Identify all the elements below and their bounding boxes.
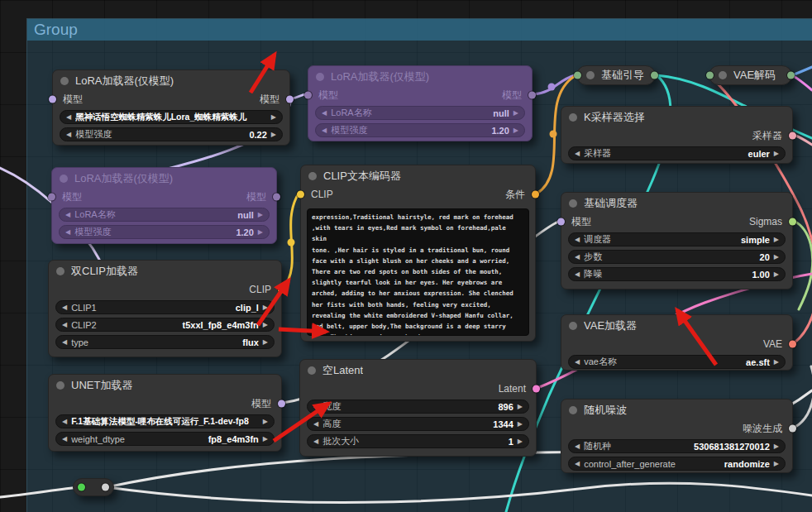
sigmas-output-port[interactable] (789, 218, 796, 226)
increment-icon[interactable]: ▶ (263, 338, 268, 346)
increment-icon[interactable]: ▶ (774, 443, 779, 450)
collapsed-input-port[interactable] (574, 72, 581, 79)
increment-icon[interactable]: ▶ (774, 460, 779, 467)
node-titlebar[interactable]: LoRA加载器(仅模型) (52, 168, 276, 189)
widget-type[interactable]: ◀ type flux ▶ (55, 335, 275, 349)
decrement-icon[interactable]: ◀ (575, 443, 580, 450)
increment-icon[interactable]: ▶ (774, 150, 779, 157)
collapse-dot-icon[interactable] (586, 71, 595, 79)
widget-height[interactable]: ◀ 高度 1344 ▶ (307, 417, 529, 431)
model-input-port[interactable] (557, 218, 565, 226)
widget-scheduler[interactable]: ◀ 调度器 simple ▶ (568, 232, 786, 246)
increment-icon[interactable]: ▶ (271, 131, 276, 138)
collapse-dot-icon[interactable] (308, 366, 316, 375)
latent-output-port[interactable] (533, 385, 540, 393)
node-lora-loader-bypassed[interactable]: LoRA加载器(仅模型) 模型 模型 ◀ LoRA名称 null ▶ ◀ 模型强… (308, 65, 533, 141)
sampler-output-port[interactable] (789, 132, 796, 140)
widget-denoise[interactable]: ◀ 降噪 1.00 ▶ (568, 267, 786, 281)
clip-output-port[interactable] (278, 286, 285, 294)
increment-icon[interactable]: ▶ (271, 113, 276, 121)
widget-sampler[interactable]: ◀ 采样器 euler ▶ (568, 146, 786, 160)
increment-icon[interactable]: ▶ (774, 358, 779, 366)
model-output-port[interactable] (528, 92, 536, 99)
node-ksampler-select[interactable]: K采样器选择 采样器 ◀ 采样器 euler ▶ (561, 106, 793, 164)
widget-steps[interactable]: ◀ 步数 20 ▶ (568, 250, 786, 264)
decrement-icon[interactable]: ◀ (62, 418, 67, 425)
node-titlebar[interactable]: VAE加载器 (561, 315, 792, 337)
increment-icon[interactable]: ▶ (518, 420, 523, 428)
collapsed-output-port[interactable] (651, 72, 658, 79)
decrement-icon[interactable]: ◀ (62, 304, 67, 311)
decrement-icon[interactable]: ◀ (575, 150, 580, 157)
decrement-icon[interactable]: ◀ (575, 253, 580, 261)
collapsed-input-port[interactable] (78, 484, 85, 491)
widget-model-strength[interactable]: ◀ 模型强度 1.20 ▶ (315, 123, 525, 137)
collapse-dot-icon[interactable] (569, 322, 577, 330)
increment-icon[interactable]: ▶ (263, 418, 268, 425)
collapse-dot-icon[interactable] (316, 73, 324, 81)
increment-icon[interactable]: ▶ (513, 127, 518, 134)
node-titlebar[interactable]: CLIP文本编码器 (301, 165, 535, 187)
increment-icon[interactable]: ▶ (263, 304, 268, 311)
node-titlebar[interactable]: 双CLIP加载器 (49, 261, 281, 282)
group-header[interactable]: Group (27, 19, 812, 41)
decrement-icon[interactable]: ◀ (62, 321, 67, 328)
collapse-dot-icon[interactable] (60, 77, 69, 85)
model-output-port[interactable] (286, 96, 294, 103)
widget-weight-dtype[interactable]: ◀ weight_dtype fp8_e4m3fn ▶ (55, 432, 275, 446)
node-titlebar[interactable]: LoRA加载器(仅模型) (53, 70, 289, 92)
model-output-port[interactable] (278, 400, 285, 408)
widget-lora-name[interactable]: ◀ LoRA名称 null ▶ (59, 208, 270, 222)
collapse-dot-icon[interactable] (719, 71, 727, 79)
decrement-icon[interactable]: ◀ (322, 127, 327, 134)
decrement-icon[interactable]: ◀ (66, 113, 71, 121)
model-output-port[interactable] (273, 194, 280, 201)
increment-icon[interactable]: ▶ (263, 435, 268, 443)
decrement-icon[interactable]: ◀ (313, 403, 318, 410)
decrement-icon[interactable]: ◀ (313, 438, 318, 445)
collapse-dot-icon[interactable] (60, 175, 68, 183)
collapse-dot-icon[interactable] (56, 381, 64, 390)
node-basic-guider-collapsed[interactable]: 基础引导 (576, 65, 656, 85)
decrement-icon[interactable]: ◀ (575, 460, 580, 467)
node-vae-loader[interactable]: VAE加载器 VAE ◀ vae名称 ae.sft ▶ (561, 314, 793, 371)
node-clip-text-encoder[interactable]: CLIP文本编码器 CLIP 条件 expression,Traditional… (300, 165, 536, 342)
widget-batch-size[interactable]: ◀ 批次大小 1 ▶ (307, 434, 529, 448)
model-input-port[interactable] (48, 194, 55, 201)
conditioning-output-port[interactable] (532, 191, 539, 199)
prompt-text-area[interactable]: expression,Traditional hairstyle, red ma… (307, 208, 529, 336)
model-input-port[interactable] (304, 92, 312, 99)
node-titlebar[interactable]: LoRA加载器(仅模型) (308, 66, 532, 88)
collapsed-output-port[interactable] (102, 484, 109, 491)
widget-model-strength[interactable]: ◀ 模型强度 1.20 ▶ (59, 225, 270, 239)
widget-lora-name[interactable]: ◀ 黑神话悟空蜘蛛精紫蛛儿Lora_蜘蛛精紫蛛儿 ▶ (60, 110, 283, 124)
widget-vae-name[interactable]: ◀ vae名称 ae.sft ▶ (568, 355, 786, 369)
node-unet-loader[interactable]: UNET加载器 模型 ◀ F.1基础算法模型-哩布在线可运行_F.1-dev-f… (48, 374, 282, 452)
model-input-port[interactable] (49, 96, 56, 103)
increment-icon[interactable]: ▶ (263, 321, 268, 328)
decrement-icon[interactable]: ◀ (62, 435, 67, 443)
noise-output-port[interactable] (789, 425, 796, 433)
decrement-icon[interactable]: ◀ (66, 131, 71, 138)
decrement-icon[interactable]: ◀ (322, 109, 327, 117)
node-titlebar[interactable]: 空Latent (300, 360, 536, 381)
increment-icon[interactable]: ▶ (774, 270, 779, 278)
collapse-dot-icon[interactable] (569, 113, 577, 122)
decrement-icon[interactable]: ◀ (65, 211, 70, 218)
node-empty-latent[interactable]: 空Latent Latent ◀ 宽度 896 ▶ ◀ 高度 1344 ▶ ◀ … (299, 359, 537, 457)
increment-icon[interactable]: ▶ (513, 109, 518, 117)
widget-model-strength[interactable]: ◀ 模型强度 0.22 ▶ (60, 127, 283, 141)
decrement-icon[interactable]: ◀ (575, 270, 580, 278)
node-titlebar[interactable]: UNET加载器 (49, 375, 281, 396)
decrement-icon[interactable]: ◀ (62, 338, 67, 346)
increment-icon[interactable]: ▶ (774, 253, 779, 261)
widget-lora-name[interactable]: ◀ LoRA名称 null ▶ (315, 106, 525, 120)
widget-unet-name[interactable]: ◀ F.1基础算法模型-哩布在线可运行_F.1-dev-fp8 ▶ (55, 414, 275, 428)
widget-clip1[interactable]: ◀ CLIP1 clip_l ▶ (55, 300, 275, 314)
node-mini-collapsed[interactable] (73, 478, 114, 496)
clip-input-port[interactable] (297, 191, 304, 199)
decrement-icon[interactable]: ◀ (575, 236, 580, 243)
node-lora-loader[interactable]: LoRA加载器(仅模型) 模型 模型 ◀ 黑神话悟空蜘蛛精紫蛛儿Lora_蜘蛛精… (52, 69, 290, 146)
widget-noise-seed[interactable]: ◀ 随机种 530681381270012 ▶ (568, 439, 786, 453)
decrement-icon[interactable]: ◀ (65, 228, 70, 236)
